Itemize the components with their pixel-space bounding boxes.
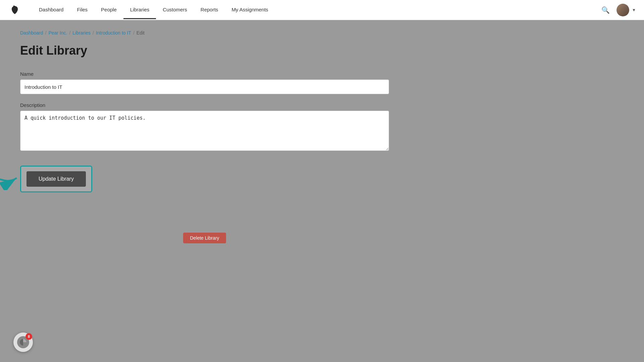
breadcrumb-sep-2: / — [69, 30, 70, 36]
delete-library-button[interactable]: Delete Library — [183, 233, 226, 243]
breadcrumb-sep-3: / — [93, 30, 94, 36]
search-icon[interactable]: 🔍 — [601, 6, 610, 14]
navbar: Dashboard Files People Libraries Custome… — [0, 0, 644, 20]
page-title: Edit Library — [20, 44, 463, 58]
notification-icon-svg — [19, 338, 27, 346]
breadcrumb: Dashboard / Pear Inc. / Libraries / Intr… — [20, 30, 463, 36]
delete-button-area: Delete Library — [20, 233, 389, 243]
edit-library-form: Name Description U — [20, 71, 389, 192]
description-field-group: Description — [20, 102, 389, 152]
arrow-annotation — [0, 167, 20, 191]
breadcrumb-sep-1: / — [45, 30, 47, 36]
app-logo[interactable] — [8, 3, 21, 17]
breadcrumb-edit: Edit — [137, 30, 145, 36]
nav-people[interactable]: People — [94, 1, 123, 19]
description-textarea[interactable] — [20, 111, 389, 151]
name-field-group: Name — [20, 71, 389, 94]
breadcrumb-libraries[interactable]: Libraries — [72, 30, 91, 36]
notification-badge: 8 — [25, 333, 32, 340]
name-input[interactable] — [20, 79, 389, 94]
notification-widget[interactable]: 8 — [13, 333, 33, 352]
nav-files[interactable]: Files — [70, 1, 94, 19]
nav-libraries[interactable]: Libraries — [123, 1, 156, 19]
logo-icon — [9, 5, 20, 15]
breadcrumb-pear-inc[interactable]: Pear Inc. — [48, 30, 67, 36]
breadcrumb-sep-4: / — [133, 30, 135, 36]
nav-my-assignments[interactable]: My Assignments — [225, 1, 275, 19]
arrow-icon — [0, 167, 20, 190]
nav-links: Dashboard Files People Libraries Custome… — [32, 1, 601, 19]
nav-dashboard[interactable]: Dashboard — [32, 1, 70, 19]
breadcrumb-dashboard[interactable]: Dashboard — [20, 30, 43, 36]
update-button-area: Update Library — [20, 166, 92, 192]
main-content: Dashboard / Pear Inc. / Libraries / Intr… — [0, 20, 483, 253]
breadcrumb-intro-it[interactable]: Introduction to IT — [96, 30, 131, 36]
nav-reports[interactable]: Reports — [194, 1, 225, 19]
chevron-down-icon[interactable]: ▼ — [632, 8, 636, 12]
name-label: Name — [20, 71, 389, 77]
avatar-image — [616, 4, 629, 16]
description-label: Description — [20, 102, 389, 108]
button-highlight-box: Update Library — [20, 166, 92, 192]
avatar[interactable] — [616, 4, 629, 16]
nav-customers[interactable]: Customers — [156, 1, 194, 19]
update-library-button[interactable]: Update Library — [26, 171, 86, 187]
